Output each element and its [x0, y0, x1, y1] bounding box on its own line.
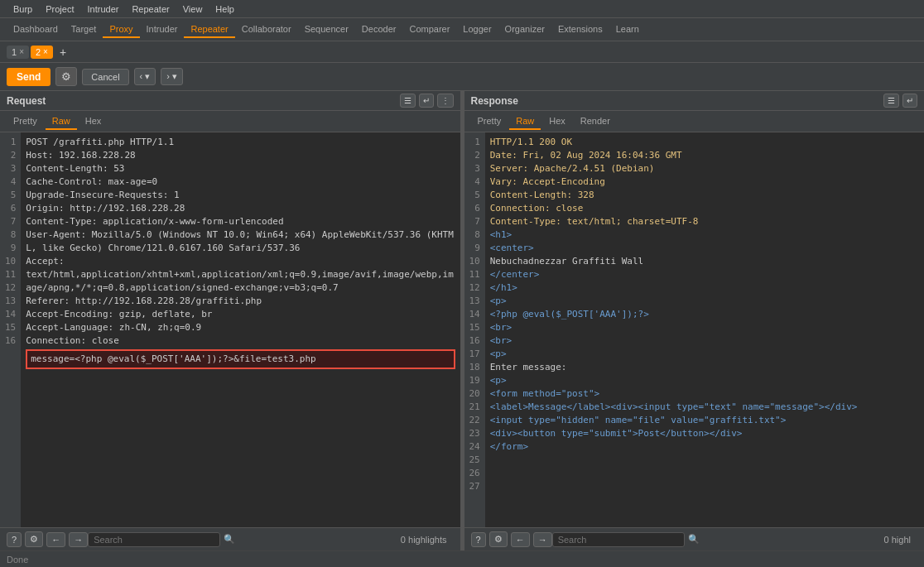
repeater-tab-2[interactable]: 2 × — [31, 46, 53, 59]
response-panel-tabs: Pretty Raw Hex Render — [464, 111, 925, 132]
response-icon-wrap[interactable]: ↵ — [902, 94, 917, 108]
tab-organizer[interactable]: Organizer — [498, 22, 551, 38]
repeater-tab-add[interactable]: + — [55, 44, 71, 60]
main-split: Request ☰ ↵ ⋮ Pretty Raw Hex 12345678910… — [0, 91, 924, 550]
repeater-tab-1-close[interactable]: × — [19, 47, 24, 56]
tab-target[interactable]: Target — [65, 22, 103, 38]
response-highlights: 0 highl — [878, 535, 917, 545]
response-line-numbers: 1234567891011121314151617181920212223242… — [464, 132, 485, 527]
response-code-content[interactable]: HTTP/1.1 200 OKDate: Fri, 02 Aug 2024 16… — [485, 132, 924, 527]
gear-button[interactable]: ⚙ — [55, 67, 77, 86]
tab-collaborator[interactable]: Collaborator — [235, 22, 298, 38]
nav-back-button[interactable]: ‹ ▾ — [134, 68, 156, 85]
status-text: Done — [7, 555, 28, 565]
response-panel-header: Response ☰ ↵ — [464, 91, 925, 111]
request-search-area: 🔍 — [88, 532, 394, 547]
request-fwd-icon[interactable]: → — [69, 532, 88, 547]
request-panel: Request ☰ ↵ ⋮ Pretty Raw Hex 12345678910… — [0, 91, 461, 550]
tab-comparer[interactable]: Comparer — [402, 22, 456, 38]
response-search-input[interactable] — [552, 532, 685, 547]
request-panel-title: Request — [7, 95, 46, 107]
nav-fwd-button[interactable]: › ▾ — [161, 68, 183, 85]
menu-burp[interactable]: Burp — [7, 2, 39, 16]
request-panel-tabs: Pretty Raw Hex — [0, 111, 460, 132]
response-tab-hex[interactable]: Hex — [542, 113, 572, 130]
request-icon-more[interactable]: ⋮ — [437, 94, 454, 108]
response-bottom-bar: ? ⚙ ← → 🔍 0 highl — [464, 527, 925, 550]
response-panel-icons: ☰ ↵ — [883, 94, 917, 108]
tab-dashboard[interactable]: Dashboard — [7, 22, 65, 38]
tab-extensions[interactable]: Extensions — [551, 22, 609, 38]
menu-help[interactable]: Help — [209, 2, 241, 16]
response-search-icon: 🔍 — [688, 534, 700, 545]
request-bottom-bar: ? ⚙ ← → 🔍 0 highlights — [0, 527, 460, 550]
tab-sequencer[interactable]: Sequencer — [298, 22, 355, 38]
status-bar: Done — [0, 550, 924, 567]
request-settings-icon[interactable]: ⚙ — [25, 531, 43, 547]
repeater-tab-row: 1 × 2 × + — [0, 41, 924, 63]
menu-intruder[interactable]: Intruder — [81, 2, 126, 16]
response-tab-render[interactable]: Render — [574, 113, 617, 130]
repeater-tab-1[interactable]: 1 × — [7, 46, 29, 59]
response-icon-list[interactable]: ☰ — [883, 94, 899, 108]
menu-project[interactable]: Project — [39, 2, 80, 16]
response-tab-pretty[interactable]: Pretty — [471, 113, 508, 130]
request-icon-list[interactable]: ☰ — [400, 94, 416, 108]
top-tab-bar: Dashboard Target Proxy Intruder Repeater… — [0, 18, 924, 41]
request-highlights: 0 highlights — [394, 535, 454, 545]
repeater-tab-2-label: 2 — [36, 47, 41, 57]
response-back-icon[interactable]: ← — [511, 532, 530, 547]
response-fwd-icon[interactable]: → — [533, 532, 552, 547]
response-settings-icon[interactable]: ⚙ — [489, 531, 508, 547]
response-code-area[interactable]: 1234567891011121314151617181920212223242… — [464, 132, 925, 527]
request-search-icon: 🔍 — [224, 534, 235, 545]
cancel-button[interactable]: Cancel — [82, 69, 128, 85]
request-help-icon[interactable]: ? — [7, 532, 22, 547]
request-icon-wrap[interactable]: ↵ — [419, 94, 434, 108]
tab-learn[interactable]: Learn — [609, 22, 646, 38]
request-code-area[interactable]: 12345678910111213141516 POST /graffiti.p… — [0, 132, 460, 527]
menu-bar: Burp Project Intruder Repeater View Help — [0, 0, 924, 18]
send-button[interactable]: Send — [7, 68, 51, 86]
tab-decoder[interactable]: Decoder — [355, 22, 403, 38]
request-code-content[interactable]: POST /graffiti.php HTTP/1.1Host: 192.168… — [21, 132, 460, 527]
response-search-area: 🔍 — [552, 532, 878, 547]
menu-view[interactable]: View — [176, 2, 209, 16]
request-back-icon[interactable]: ← — [46, 532, 65, 547]
request-bottom-left: ? ⚙ ← → — [7, 531, 88, 547]
request-line-numbers: 12345678910111213141516 — [0, 132, 21, 527]
request-tab-raw[interactable]: Raw — [46, 113, 77, 130]
request-tab-pretty[interactable]: Pretty — [7, 113, 44, 130]
response-panel-title: Response — [471, 95, 518, 107]
repeater-tab-2-close[interactable]: × — [43, 47, 48, 56]
menu-repeater[interactable]: Repeater — [125, 2, 176, 16]
response-tab-raw[interactable]: Raw — [509, 113, 541, 130]
tab-repeater[interactable]: Repeater — [184, 22, 234, 38]
response-help-icon[interactable]: ? — [471, 532, 486, 547]
request-panel-icons: ☰ ↵ ⋮ — [400, 94, 454, 108]
tab-intruder[interactable]: Intruder — [140, 22, 185, 38]
response-panel: Response ☰ ↵ Pretty Raw Hex Render 12345… — [464, 91, 925, 550]
toolbar: Send ⚙ Cancel ‹ ▾ › ▾ — [0, 63, 924, 91]
tab-logger[interactable]: Logger — [456, 22, 498, 38]
request-search-input[interactable] — [88, 532, 220, 547]
request-panel-header: Request ☰ ↵ ⋮ — [0, 91, 460, 111]
response-bottom-left: ? ⚙ ← → — [471, 531, 552, 547]
tab-proxy[interactable]: Proxy — [103, 22, 139, 38]
request-tab-hex[interactable]: Hex — [79, 113, 108, 130]
repeater-tab-1-label: 1 — [12, 47, 17, 57]
